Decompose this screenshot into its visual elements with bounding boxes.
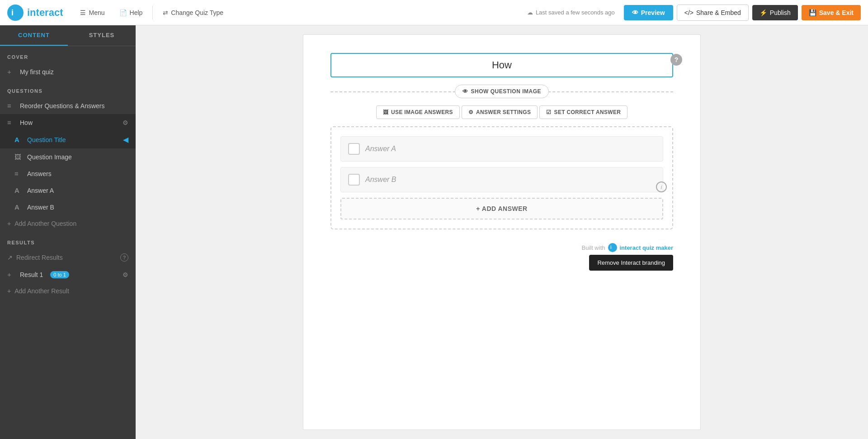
show-question-image-button[interactable]: 👁 SHOW QUESTION IMAGE bbox=[455, 85, 549, 98]
section-cover: COVER bbox=[0, 46, 136, 63]
add-result-plus-icon: + bbox=[7, 287, 11, 295]
saved-text: Last saved a few seconds ago bbox=[536, 9, 615, 16]
answer-settings-label: ANSWER SETTINGS bbox=[476, 109, 531, 115]
set-correct-answer-label: SET CORRECT ANSWER bbox=[554, 109, 621, 115]
sidebar-item-reorder[interactable]: ≡ Reorder Questions & Answers bbox=[0, 97, 136, 114]
canvas: ? 👁 SHOW QUESTION IMAGE 🖼 USE IMAGE ANSW… bbox=[303, 34, 701, 430]
answer-a-label: Answer A bbox=[27, 187, 54, 194]
add-question-item[interactable]: + Add Another Question bbox=[0, 215, 136, 232]
image-icon: 🖼 bbox=[14, 153, 23, 161]
svg-text:i: i bbox=[610, 245, 612, 250]
sidebar-item-question-image[interactable]: 🖼 Question Image bbox=[0, 148, 136, 165]
tab-content[interactable]: CONTENT bbox=[0, 25, 68, 46]
add-answer-label: + ADD ANSWER bbox=[476, 205, 527, 212]
cloud-icon: ☁ bbox=[527, 9, 533, 16]
add-answer-button[interactable]: + ADD ANSWER bbox=[340, 198, 663, 220]
menu-label: Menu bbox=[89, 9, 104, 16]
code-icon: </> bbox=[684, 9, 693, 16]
eye-icon: 👁 bbox=[632, 9, 638, 16]
cover-item-label: My first quiz bbox=[20, 68, 54, 76]
answer-b-icon: A bbox=[14, 203, 23, 211]
drag-icon: ≡ bbox=[7, 119, 15, 126]
change-quiz-type-button[interactable]: ⇄ Change Quiz Type bbox=[156, 5, 230, 20]
save-icon: 💾 bbox=[809, 9, 816, 16]
preview-label: Preview bbox=[641, 9, 665, 16]
reorder-icon: ≡ bbox=[7, 102, 15, 110]
add-question-label: Add Another Question bbox=[14, 220, 76, 227]
preview-button[interactable]: 👁 Preview bbox=[624, 5, 673, 20]
layout: CONTENT STYLES COVER + My first quiz QUE… bbox=[0, 25, 868, 439]
section-results: RESULTS bbox=[0, 232, 136, 249]
help-label: Help bbox=[130, 9, 143, 16]
save-exit-button[interactable]: 💾 Save & Exit bbox=[802, 5, 861, 20]
sidebar-item-answers[interactable]: ≡ Answers bbox=[0, 165, 136, 182]
question-label: How bbox=[20, 119, 33, 126]
branding-bar: Built with i interact quiz maker bbox=[330, 243, 673, 252]
canvas-help-icon[interactable]: ? bbox=[670, 54, 682, 66]
sidebar-item-question-how[interactable]: ≡ How ⚙ bbox=[0, 114, 136, 131]
answer-settings-button[interactable]: ⚙ ANSWER SETTINGS bbox=[462, 105, 538, 119]
answer-a-icon: A bbox=[14, 186, 23, 194]
sidebar-item-answer-a[interactable]: A Answer A bbox=[0, 182, 136, 199]
add-question-plus-icon: + bbox=[7, 220, 11, 227]
publish-label: Publish bbox=[770, 9, 791, 16]
remove-branding-tooltip[interactable]: Remove Interact branding bbox=[589, 255, 673, 271]
sidebar: CONTENT STYLES COVER + My first quiz QUE… bbox=[0, 25, 136, 439]
sidebar-item-answer-b[interactable]: A Answer B bbox=[0, 199, 136, 215]
letter-a-icon: A bbox=[14, 136, 23, 143]
bolt-icon: ⚡ bbox=[760, 9, 767, 16]
tab-styles[interactable]: STYLES bbox=[68, 25, 136, 46]
share-embed-label: Share & Embed bbox=[696, 9, 741, 16]
answer-b-placeholder: Answer B bbox=[365, 176, 396, 184]
share-embed-button[interactable]: </> Share & Embed bbox=[677, 5, 749, 21]
brand-name: interact bbox=[27, 7, 63, 19]
reorder-label: Reorder Questions & Answers bbox=[20, 102, 105, 110]
svg-point-0 bbox=[7, 5, 24, 21]
sidebar-tabs: CONTENT STYLES bbox=[0, 25, 136, 46]
interact-logo-icon: i bbox=[7, 5, 24, 21]
redirect-help-icon[interactable]: ? bbox=[120, 253, 128, 262]
menu-button[interactable]: ☰ Menu bbox=[74, 5, 111, 20]
question-title-input[interactable] bbox=[330, 53, 673, 77]
help-button[interactable]: 📄 Help bbox=[113, 5, 149, 20]
set-correct-answer-button[interactable]: ☑ SET CORRECT ANSWER bbox=[539, 105, 627, 119]
answer-b-checkbox[interactable] bbox=[348, 174, 360, 186]
save-exit-label: Save & Exit bbox=[819, 9, 854, 16]
show-image-eye-icon: 👁 bbox=[462, 88, 468, 95]
redirect-label: Redirect Results bbox=[16, 254, 63, 261]
answer-row-b[interactable]: Answer B bbox=[340, 167, 663, 192]
info-circle-icon[interactable]: i bbox=[656, 181, 667, 192]
result-gear-icon[interactable]: ⚙ bbox=[123, 271, 128, 278]
logo: i interact bbox=[7, 5, 63, 21]
saved-status: ☁ Last saved a few seconds ago bbox=[527, 9, 615, 16]
publish-button[interactable]: ⚡ Publish bbox=[752, 5, 798, 20]
branding-link[interactable]: interact quiz maker bbox=[620, 244, 674, 251]
interact-branding-logo: i bbox=[608, 243, 617, 252]
result-1-label: Result 1 bbox=[20, 271, 43, 278]
answer-controls: 🖼 USE IMAGE ANSWERS ⚙ ANSWER SETTINGS ☑ … bbox=[330, 105, 673, 119]
result-plus-icon: + bbox=[7, 271, 15, 278]
show-image-label: SHOW QUESTION IMAGE bbox=[471, 88, 541, 95]
sidebar-item-my-first-quiz[interactable]: + My first quiz bbox=[0, 63, 136, 80]
answer-a-checkbox[interactable] bbox=[348, 143, 360, 155]
sidebar-item-result-1[interactable]: + Result 1 0 to 1 ⚙ bbox=[0, 266, 136, 283]
question-title-label: Question Title bbox=[27, 136, 66, 143]
change-quiz-label: Change Quiz Type bbox=[171, 9, 223, 16]
branding-text: Built with bbox=[581, 244, 605, 251]
answer-settings-icon: ⚙ bbox=[468, 109, 473, 115]
use-image-answers-label: USE IMAGE ANSWERS bbox=[391, 109, 453, 115]
plus-icon: + bbox=[7, 68, 15, 76]
svg-point-2 bbox=[608, 243, 617, 252]
image-answers-icon: 🖼 bbox=[383, 109, 388, 115]
question-image-label: Question Image bbox=[27, 153, 72, 161]
sidebar-item-question-title[interactable]: A Question Title ◀ bbox=[0, 131, 136, 148]
sidebar-item-redirect-results[interactable]: ↗ Redirect Results ? bbox=[0, 249, 136, 266]
use-image-answers-button[interactable]: 🖼 USE IMAGE ANSWERS bbox=[376, 105, 460, 119]
answer-row-a[interactable]: Answer A bbox=[340, 136, 663, 162]
question-gear-icon[interactable]: ⚙ bbox=[123, 119, 128, 126]
topbar-divider bbox=[152, 6, 153, 19]
add-result-item[interactable]: + Add Another Result bbox=[0, 283, 136, 299]
active-arrow-icon: ◀ bbox=[123, 135, 128, 144]
answers-container: Answer A Answer B + ADD ANSWER i bbox=[330, 126, 673, 229]
answers-label: Answers bbox=[27, 170, 52, 177]
